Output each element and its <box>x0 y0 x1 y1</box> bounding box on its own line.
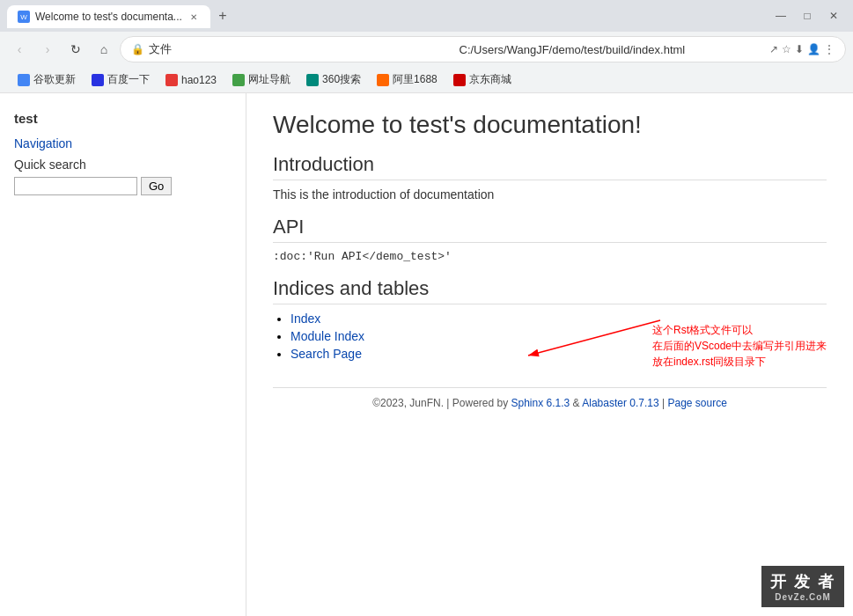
bookmark-nav[interactable]: 网址导航 <box>225 70 298 90</box>
bookmark-icon <box>232 74 245 86</box>
alabaster-link[interactable]: Alabaster 0.7.13 <box>582 397 658 409</box>
bookmark-1688[interactable]: 阿里1688 <box>370 70 445 90</box>
bookmark-google-update[interactable]: 谷歌更新 <box>11 70 83 90</box>
sidebar-search-row: Go <box>14 177 232 195</box>
module-index-link[interactable]: Module Index <box>290 329 364 343</box>
tab-label: Welcome to test's documenta... <box>35 11 182 23</box>
close-button[interactable]: ✕ <box>821 4 846 28</box>
search-page-link[interactable]: Search Page <box>290 347 362 361</box>
profile-icon[interactable]: 👤 <box>807 43 820 55</box>
bookmark-label: 网址导航 <box>248 72 290 87</box>
bookmark-baidu[interactable]: 百度一下 <box>85 70 157 90</box>
tab-close-button[interactable]: ✕ <box>188 11 200 23</box>
new-tab-button[interactable]: + <box>210 4 235 28</box>
bookmark-label: 京东商城 <box>469 72 511 87</box>
bookmark-360[interactable]: 360搜索 <box>299 70 368 90</box>
watermark-bottom: DevZe.CoM <box>770 592 835 602</box>
sidebar-nav-link[interactable]: Navigation <box>14 136 232 150</box>
page-source-link[interactable]: Page source <box>667 397 726 409</box>
bookmark-star-icon[interactable]: ☆ <box>782 43 791 55</box>
active-tab[interactable]: W Welcome to test's documenta... ✕ <box>7 5 210 28</box>
refresh-button[interactable]: ↻ <box>63 37 88 62</box>
list-item: Module Index <box>290 329 827 343</box>
search-go-button[interactable]: Go <box>141 177 172 195</box>
api-code: :doc:'Run API</demo_test>' <box>273 250 827 263</box>
window-controls: — □ ✕ <box>768 4 846 28</box>
menu-icon[interactable]: ⋮ <box>824 43 835 55</box>
footer-separator: | <box>659 397 668 409</box>
bookmark-hao123[interactable]: hao123 <box>158 71 224 89</box>
footer-prefix: ©2023, JunFN. | Powered by <box>372 397 511 409</box>
bookmarks-bar: 谷歌更新 百度一下 hao123 网址导航 360搜索 阿里1688 京东商城 <box>0 67 853 93</box>
bookmark-icon <box>165 74 178 86</box>
title-bar: W Welcome to test's documenta... ✕ + — □… <box>0 0 853 32</box>
introduction-text: This is the introduction of documentatio… <box>273 187 827 202</box>
bookmark-label: 谷歌更新 <box>33 72 76 87</box>
index-link[interactable]: Index <box>290 312 320 326</box>
watermark: 开 发 者 DevZe.CoM <box>761 566 844 607</box>
bookmark-label: 阿里1688 <box>393 72 438 87</box>
page-title: Welcome to test's documentation! <box>273 111 827 139</box>
list-item: Index <box>290 312 827 326</box>
bookmark-icon <box>453 74 466 86</box>
footer-middle: & <box>570 397 582 409</box>
address-protocol: 文件 <box>149 41 454 57</box>
maximize-button[interactable]: □ <box>795 4 820 28</box>
address-url: C:/Users/WangJF/demo/test/build/index.ht… <box>460 43 765 56</box>
home-button[interactable]: ⌂ <box>92 37 116 62</box>
bookmark-jd[interactable]: 京东商城 <box>446 70 518 90</box>
indices-heading: Indices and tables <box>273 277 827 304</box>
back-button[interactable]: ‹ <box>7 37 32 62</box>
bookmark-icon <box>92 74 104 86</box>
address-bar-icons: ↗ ☆ ⬇ 👤 ⋮ <box>769 43 835 55</box>
bookmark-icon <box>306 74 319 86</box>
main-content: Welcome to test's documentation! Introdu… <box>246 93 853 616</box>
bookmark-icon <box>377 74 389 86</box>
tab-strip: W Welcome to test's documenta... ✕ + <box>7 4 765 28</box>
sidebar: test Navigation Quick search Go <box>0 93 246 616</box>
footer: ©2023, JunFN. | Powered by Sphinx 6.1.3 … <box>273 387 827 409</box>
sidebar-search-label: Quick search <box>14 158 232 172</box>
bookmark-label: 百度一下 <box>107 72 150 87</box>
bookmark-label: hao123 <box>181 74 217 86</box>
watermark-top: 开 发 者 <box>770 571 835 592</box>
share-icon[interactable]: ↗ <box>769 43 778 55</box>
bookmark-icon <box>18 74 30 86</box>
sphinx-link[interactable]: Sphinx 6.1.3 <box>511 397 570 409</box>
tab-favicon: W <box>18 11 30 23</box>
browser-window: W Welcome to test's documenta... ✕ + — □… <box>0 0 853 616</box>
navigation-bar: ‹ › ↻ ⌂ 🔒 文件 C:/Users/WangJF/demo/test/b… <box>0 32 853 67</box>
forward-button[interactable]: › <box>35 37 60 62</box>
list-item: Search Page <box>290 347 827 361</box>
search-input[interactable] <box>14 177 137 195</box>
introduction-heading: Introduction <box>273 153 827 180</box>
download-icon[interactable]: ⬇ <box>795 43 804 55</box>
page-content: test Navigation Quick search Go Welcome … <box>0 93 853 616</box>
api-heading: API <box>273 216 827 243</box>
minimize-button[interactable]: — <box>768 4 793 28</box>
indices-list: Index Module Index Search Page <box>290 312 827 361</box>
sidebar-title: test <box>14 111 232 126</box>
address-bar[interactable]: 🔒 文件 C:/Users/WangJF/demo/test/build/ind… <box>120 36 846 62</box>
address-favicon: 🔒 <box>131 43 143 55</box>
bookmark-label: 360搜索 <box>322 72 361 87</box>
